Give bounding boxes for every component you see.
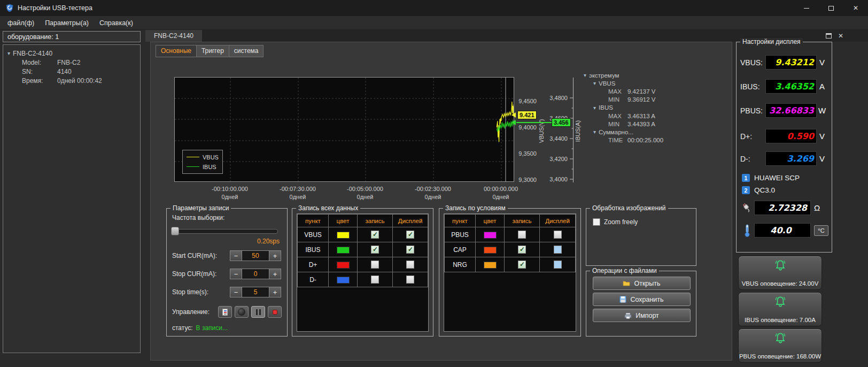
pbus-value: 32.66833 (765, 103, 817, 118)
color-swatch[interactable] (484, 232, 497, 239)
bell-icon (773, 258, 787, 272)
color-swatch[interactable] (337, 232, 350, 239)
zoom-freely-row: Zoom freely (593, 218, 638, 226)
play-button[interactable] (235, 306, 249, 318)
channel-name: IBUS (298, 242, 329, 257)
start-cur-plus-button[interactable]: + (269, 250, 281, 261)
stop-time-plus-button[interactable]: + (269, 287, 281, 297)
folder-icon (623, 280, 630, 286)
display-checkbox[interactable] (406, 246, 414, 254)
extremum-vbus[interactable]: ▾VBUS (593, 79, 663, 87)
color-swatch[interactable] (337, 247, 350, 254)
vbus-axis-title: VBUS(V) (538, 117, 546, 145)
display-checkbox[interactable] (554, 231, 562, 239)
record-checkbox[interactable] (518, 261, 526, 269)
ibus-alert-button[interactable]: IBUS оповещение: 7.00A (738, 292, 822, 326)
vbus-axis: 9,4500 9,4000 9,3500 9,3000 (516, 78, 537, 182)
record-checkbox[interactable] (371, 276, 379, 284)
x-tick: -00:02:30.0000дней (406, 185, 460, 201)
display-checkbox[interactable] (554, 246, 562, 254)
tree-expand-icon: ▾ (584, 72, 586, 78)
tree-expand-icon[interactable]: ▾ (7, 50, 10, 56)
box-title: Настройки дисплея (740, 38, 803, 45)
color-swatch[interactable] (337, 262, 350, 269)
color-swatch[interactable] (484, 247, 497, 254)
ibus-readout: IBUS: 3.46352 A (740, 79, 827, 94)
stop-cur-value[interactable]: 0 (242, 269, 269, 279)
record-checkbox[interactable] (371, 261, 379, 269)
extremum-ibus-max: MAX3.46313 A (608, 112, 663, 120)
pause-button[interactable] (251, 306, 265, 318)
bell-icon (773, 331, 787, 345)
tab-system[interactable]: система (229, 45, 264, 57)
table-row: D- (298, 272, 428, 287)
device-name: FNB-C2-4140 (13, 50, 52, 57)
plug-icon (740, 202, 754, 214)
maximize-button[interactable] (819, 0, 843, 16)
sample-rate-slider-handle[interactable] (171, 227, 179, 235)
stop-time-minus-button[interactable]: − (230, 287, 242, 297)
temperature-unit-button[interactable]: °C (814, 225, 828, 236)
channel-name: CAP (445, 242, 476, 257)
x-tick: -00:10:00.0000дней (203, 185, 257, 201)
image-processing-box: Обработка изображений Zoom freely (586, 208, 696, 266)
tree-item-device[interactable]: ▾ FNB-C2-4140 (3, 49, 140, 58)
record-checkbox[interactable] (518, 246, 526, 254)
control-row: Управление: (172, 306, 284, 318)
save-button[interactable]: Сохранить (593, 293, 691, 306)
display-checkbox[interactable] (406, 231, 414, 239)
vbus-alert-button[interactable]: VBUS оповещение: 24.00V (738, 256, 822, 290)
float-window-icon[interactable] (826, 33, 832, 39)
start-cur-minus-button[interactable]: − (230, 250, 242, 261)
close-document-icon[interactable]: ✕ (838, 33, 843, 39)
menu-params[interactable]: Параметры(а) (40, 17, 94, 29)
record-checkbox[interactable] (371, 231, 379, 239)
stop-cur-minus-button[interactable]: − (230, 269, 242, 279)
stop-time-value[interactable]: 5 (242, 287, 269, 297)
import-icon (624, 312, 632, 319)
bell-icon (773, 295, 787, 309)
protocol-row-2: 2 QC3.0 (742, 186, 775, 194)
vbus-legend-line (187, 157, 199, 157)
table-row: IBUS (298, 242, 428, 257)
color-swatch[interactable] (484, 262, 497, 269)
close-button[interactable]: ✕ (843, 0, 868, 16)
table-row: NRG (445, 257, 576, 272)
document-tab[interactable]: FNB-C2-4140 (145, 30, 202, 42)
display-checkbox[interactable] (406, 261, 414, 269)
pbus-alert-button[interactable]: PBUS оповещение: 168.00W (738, 328, 822, 363)
tab-main[interactable]: Основные (156, 45, 197, 57)
dplus-value: 0.590 (765, 129, 817, 143)
box-title: Запись всех данных (296, 204, 360, 212)
extremum-total[interactable]: ▾Суммарно... (593, 128, 663, 136)
ibus-axis-title: IBUS(A) (575, 117, 582, 145)
display-checkbox[interactable] (406, 276, 414, 284)
extremum-ibus-min: MIN3.44393 A (608, 120, 663, 128)
record-button[interactable] (268, 306, 282, 318)
zoom-freely-checkbox[interactable] (593, 218, 600, 226)
open-button[interactable]: Открыть (593, 277, 691, 290)
display-checkbox[interactable] (554, 261, 562, 269)
color-swatch[interactable] (337, 277, 350, 284)
menu-help[interactable]: Справка(к) (94, 17, 138, 29)
menu-file[interactable]: файл(ф) (2, 17, 40, 29)
status-row: статус: В записи... (172, 324, 228, 332)
waveform-chart[interactable] (174, 77, 514, 182)
sample-rate-value: 0.20sps (257, 238, 280, 245)
start-cur-value[interactable]: 50 (242, 250, 269, 261)
extremum-ibus[interactable]: ▾IBUS (593, 104, 663, 112)
box-title: Операции с файлами (590, 267, 659, 274)
new-file-button[interactable] (218, 306, 232, 318)
file-operations-box: Операции с файлами Открыть Сохранить Имп… (586, 271, 696, 337)
import-button[interactable]: Импорт (593, 309, 691, 322)
sample-rate-slider[interactable] (172, 229, 278, 234)
menu-bar: файл(ф) Параметры(а) Справка(к) (0, 16, 868, 30)
app-icon (5, 4, 14, 12)
record-checkbox[interactable] (371, 246, 379, 254)
tab-trigger[interactable]: Триггер (196, 45, 229, 57)
minimize-button[interactable] (794, 0, 819, 16)
pbus-alert-label: PBUS оповещение: 168.00W (739, 353, 821, 360)
extremum-root[interactable]: ▾экстремум (584, 71, 663, 79)
stop-cur-plus-button[interactable]: + (269, 269, 281, 279)
record-checkbox[interactable] (518, 231, 526, 239)
